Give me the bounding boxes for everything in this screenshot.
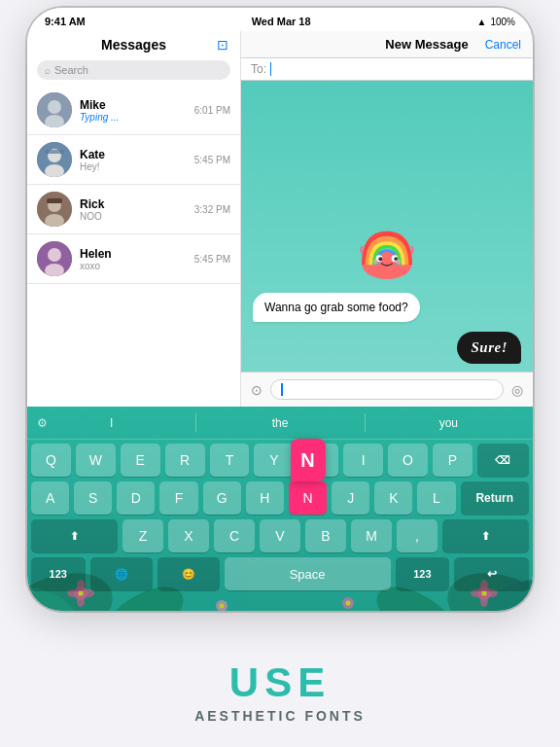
key-n[interactable]: N N [289, 481, 327, 515]
key-q[interactable]: Q [31, 444, 71, 477]
camera-icon[interactable]: ⊙ [251, 382, 262, 398]
key-y[interactable]: Y [254, 444, 294, 477]
search-icon: ⌕ [45, 65, 51, 76]
to-label: To: [251, 62, 266, 76]
key-f[interactable]: F [159, 481, 197, 515]
active-key-popup: N [291, 439, 326, 481]
key-row-3: ⬆ Z X C V B M , ⬆ [31, 519, 529, 552]
svg-rect-10 [47, 198, 62, 203]
avatar-rick [37, 192, 72, 227]
conv-preview-helen: xoxo [80, 261, 187, 271]
bubble-incoming: Wanna go grab some food? [253, 293, 420, 322]
wifi-icon: ▲ [477, 17, 487, 27]
key-w[interactable]: W [76, 444, 116, 477]
svg-point-42 [486, 589, 498, 597]
conv-info-kate: Kate Hey! [80, 148, 187, 172]
key-e[interactable]: E [121, 444, 160, 477]
avatar-helen [37, 241, 72, 276]
cancel-button[interactable]: Cancel [485, 38, 521, 52]
svg-point-1 [48, 100, 61, 114]
conv-preview-mike: Typing ... [80, 112, 187, 123]
bottom-subtitle-text: AESTHETIC FONTS [0, 708, 560, 724]
conversation-list: Mike Typing ... 6:01 PM [27, 86, 240, 407]
conv-preview-kate: Hey! [80, 161, 187, 172]
key-s[interactable]: S [74, 481, 112, 515]
chat-header: New Message Cancel [241, 31, 533, 58]
svg-point-17 [378, 257, 382, 261]
chat-panel: New Message Cancel To: [241, 31, 533, 407]
conversation-item-kate[interactable]: Kate Hey! 5:45 PM [27, 135, 240, 185]
bubble-outgoing: Sure! [457, 332, 521, 364]
key-space[interactable]: Space [225, 557, 391, 590]
conversation-item-mike[interactable]: Mike Typing ... 6:01 PM [27, 86, 240, 135]
messages-panel: Messages ⊡ ⌕ Search [27, 31, 241, 407]
key-r[interactable]: R [165, 444, 205, 477]
key-row-2: A S D F G H N N J K L Return [31, 481, 529, 515]
predictive-bar: ⚙ I the you [27, 407, 533, 440]
predictive-item-the[interactable]: the [195, 407, 364, 439]
key-z[interactable]: Z [122, 519, 163, 552]
key-rows: Q W E R T Y U I O P ⌫ A S D F G H [27, 440, 533, 590]
key-shift-right[interactable]: ⬆ [442, 519, 529, 552]
key-x[interactable]: X [168, 519, 209, 552]
mic-icon[interactable]: ◎ [511, 382, 523, 398]
key-h[interactable]: H [246, 481, 284, 515]
key-c[interactable]: C [214, 519, 255, 552]
key-p[interactable]: P [433, 444, 472, 477]
conversation-item-rick[interactable]: Rick NOO 3:32 PM [27, 185, 240, 234]
key-delete[interactable]: ⌫ [477, 444, 529, 477]
svg-point-41 [471, 589, 482, 597]
key-b[interactable]: B [305, 519, 346, 552]
key-row-1: Q W E R T Y U I O P ⌫ [31, 444, 529, 477]
predictive-item-i[interactable]: I [27, 407, 195, 439]
predictive-item-you[interactable]: you [365, 407, 533, 439]
key-v[interactable]: V [260, 519, 300, 552]
key-m[interactable]: M [351, 519, 392, 552]
key-o[interactable]: O [388, 444, 428, 477]
conv-time-rick: 3:32 PM [194, 204, 230, 215]
to-field[interactable]: To: [241, 58, 533, 81]
compose-icon[interactable]: ⊡ [217, 37, 228, 53]
key-return-bottom[interactable]: ↩ [454, 557, 529, 590]
status-date: Wed Mar 18 [252, 16, 311, 27]
svg-point-19 [373, 259, 378, 264]
messages-title: Messages [101, 37, 166, 53]
key-row-4: 123 🌐 😊 Space 123 ↩ [31, 557, 529, 590]
key-comma[interactable]: , [397, 519, 438, 552]
key-a[interactable]: A [31, 481, 69, 515]
chat-header-title: New Message [368, 37, 484, 52]
conv-name-rick: Rick [80, 197, 187, 211]
text-input[interactable] [270, 379, 504, 400]
key-return[interactable]: Return [461, 481, 529, 515]
messages-header: Messages ⊡ [27, 31, 240, 56]
key-j[interactable]: J [332, 481, 369, 515]
conv-name-helen: Helen [80, 247, 187, 261]
key-shift[interactable]: ⬆ [31, 519, 118, 552]
conv-time-kate: 5:45 PM [194, 155, 230, 165]
key-g[interactable]: G [203, 481, 241, 515]
rainbow-sticker [353, 221, 421, 279]
svg-point-38 [83, 589, 94, 597]
text-cursor [281, 383, 283, 396]
svg-point-34 [346, 601, 351, 606]
sure-text: Sure! [471, 339, 508, 355]
key-l[interactable]: L [417, 481, 455, 515]
conv-name-kate: Kate [80, 148, 187, 161]
key-globe[interactable]: 🌐 [90, 557, 153, 590]
key-emoji[interactable]: 😊 [158, 557, 220, 590]
conv-info-mike: Mike Typing ... [80, 98, 187, 123]
conv-preview-rick: NOO [80, 211, 187, 222]
key-t[interactable]: T [210, 444, 250, 477]
key-d[interactable]: D [117, 481, 155, 515]
svg-point-20 [396, 259, 401, 264]
split-container: Messages ⊡ ⌕ Search [27, 31, 533, 407]
search-placeholder: Search [54, 64, 88, 76]
conv-time-mike: 6:01 PM [194, 105, 230, 116]
key-numbers-left[interactable]: 123 [31, 557, 86, 590]
search-bar[interactable]: ⌕ Search [37, 60, 230, 80]
conversation-item-helen[interactable]: Helen xoxo 5:45 PM [27, 234, 240, 284]
key-k[interactable]: K [374, 481, 412, 515]
key-numbers-right[interactable]: 123 [396, 557, 450, 590]
key-i[interactable]: I [343, 444, 383, 477]
avatar-kate [37, 142, 72, 177]
